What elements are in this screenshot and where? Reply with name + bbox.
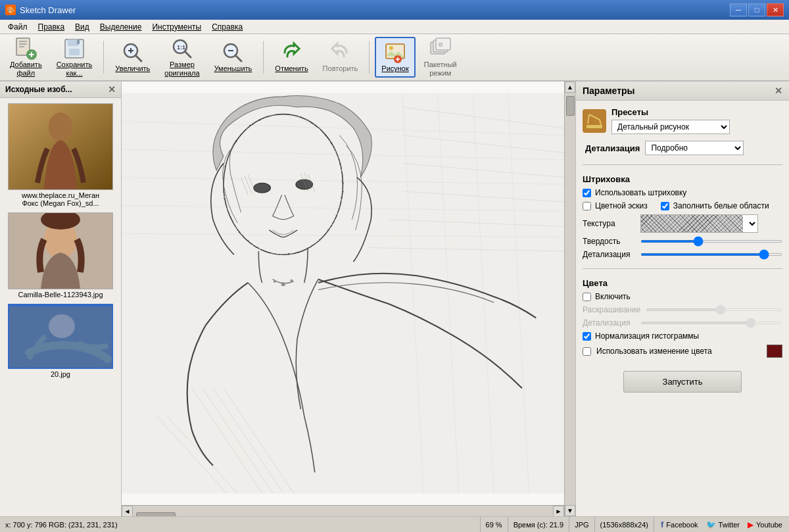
detailization-select[interactable]: Подробно Средне Быстро xyxy=(645,141,744,155)
toolbar: Добавитьфайл Сохранитькак... Увеличить xyxy=(0,34,789,82)
sep2 xyxy=(263,41,264,74)
svg-rect-3 xyxy=(19,46,24,47)
menu-view[interactable]: Вид xyxy=(70,21,95,33)
youtube-label: Youtube xyxy=(756,521,782,529)
status-coords: x: 700 y: 796 RGB: (231, 231, 231) xyxy=(0,517,481,532)
left-panel-close[interactable]: ✕ xyxy=(108,84,116,95)
color-swatch[interactable] xyxy=(767,345,782,358)
twitter-icon: 🐦 xyxy=(706,520,716,529)
thumbnail-image-wrap xyxy=(8,304,113,369)
svg-line-72 xyxy=(589,114,600,120)
hardness-row: Твердость xyxy=(583,237,782,246)
toolbar-save-as[interactable]: Сохранитькак... xyxy=(51,34,99,81)
scroll-up-button[interactable]: ▲ xyxy=(565,82,575,93)
svg-rect-2 xyxy=(19,43,27,45)
maximize-button[interactable]: □ xyxy=(748,3,765,16)
scroll-left-button[interactable]: ◄ xyxy=(122,506,133,517)
right-panel-body: Пресеты Детальный рисунок Простой рисуно… xyxy=(576,101,789,406)
toolbar-undo[interactable]: Отменить xyxy=(269,37,314,76)
zoom-out-icon xyxy=(220,41,246,64)
colorize-slider xyxy=(646,308,782,311)
detail-color-slider xyxy=(640,322,782,324)
use-hatching-row: Использовать штриховку xyxy=(583,188,782,197)
divider2 xyxy=(583,268,782,269)
detail-hatching-slider[interactable] xyxy=(640,253,782,256)
menu-tools[interactable]: Инструменты xyxy=(147,21,206,33)
scroll-thumb-v[interactable] xyxy=(566,96,575,116)
save-icon xyxy=(61,37,87,60)
youtube-link[interactable]: ▶ Youtube xyxy=(748,520,782,529)
presets-label: Пресеты xyxy=(611,107,782,117)
thumbnail-item[interactable]: Camilla-Belle-1123943.jpg xyxy=(5,212,116,299)
toolbar-orig-size[interactable]: 1:1 Размероригинала xyxy=(158,34,205,81)
colors-enable-label: Включить xyxy=(595,292,631,301)
title-bar: 🎨 Sketch Drawer ─ □ ✕ xyxy=(0,0,789,20)
colors-enable-row: Включить xyxy=(583,292,782,301)
hatching-title: Штриховка xyxy=(583,174,782,184)
thumbnail-item[interactable]: www.theplace.ru_МеганФокс (Megan Fox)_sd… xyxy=(5,103,116,207)
normalize-label: Нормализация гистограммы xyxy=(595,331,699,341)
horizontal-scrollbar[interactable]: ◄ ► xyxy=(122,505,564,516)
zoom-in-icon xyxy=(120,41,146,64)
menu-file[interactable]: Файл xyxy=(3,21,33,33)
menu-select[interactable]: Выделение xyxy=(95,21,147,33)
status-social: f Facebook 🐦 Twitter ▶ Youtube xyxy=(654,520,789,529)
toolbar-add-file[interactable]: Добавитьфайл xyxy=(4,34,48,81)
save-as-label: Сохранитькак... xyxy=(57,60,93,78)
scroll-down-button[interactable]: ▼ xyxy=(565,505,575,516)
scroll-thumb-h[interactable] xyxy=(136,512,176,516)
orig-size-label: Размероригинала xyxy=(164,60,199,78)
menu-edit[interactable]: Правка xyxy=(33,21,70,33)
detailization-row: Детализация Подробно Средне Быстро xyxy=(585,141,782,155)
toolbar-picture[interactable]: Рисунок xyxy=(375,37,416,77)
minimize-button[interactable]: ─ xyxy=(730,3,747,16)
thumbnail-list: www.theplace.ru_МеганФокс (Megan Fox)_sd… xyxy=(0,98,121,516)
thumbnail-item[interactable]: 20.jpg xyxy=(5,304,116,378)
divider1 xyxy=(583,164,782,165)
sep3 xyxy=(369,41,370,74)
presets-row: Пресеты Детальный рисунок Простой рисуно… xyxy=(583,107,782,134)
colors-enable-checkbox[interactable] xyxy=(583,293,591,301)
facebook-icon: f xyxy=(661,520,663,529)
color-sketch-checkbox[interactable] xyxy=(583,202,591,210)
undo-icon xyxy=(278,41,304,64)
normalize-checkbox[interactable] xyxy=(583,332,591,341)
menu-help[interactable]: Справка xyxy=(206,21,248,33)
scroll-right-button[interactable]: ► xyxy=(553,506,564,517)
toolbar-batch[interactable]: ⚙ Пакетныйрежим xyxy=(418,34,463,81)
texture-select[interactable]: ▼ xyxy=(743,220,757,228)
svg-point-48 xyxy=(296,180,313,189)
close-button[interactable]: ✕ xyxy=(767,3,784,16)
colorize-label: Раскрашивание xyxy=(583,305,640,314)
facebook-label: Facebook xyxy=(666,521,698,529)
vertical-scrollbar[interactable]: ▲ ▼ xyxy=(564,82,575,516)
color-change-checkbox[interactable] xyxy=(583,347,591,356)
right-panel-close[interactable]: ✕ xyxy=(775,85,782,96)
thumbnail-image-wrap xyxy=(8,103,113,190)
main-layout: Исходные изоб... ✕ xyxy=(0,82,789,516)
right-panel: Параметры ✕ Пресеты xyxy=(575,82,789,516)
svg-text:⚙: ⚙ xyxy=(438,41,443,48)
thumbnail-label: 20.jpg xyxy=(51,370,70,378)
add-file-label: Добавитьфайл xyxy=(10,60,42,78)
toolbar-redo[interactable]: Повторить xyxy=(317,37,364,76)
presets-select[interactable]: Детальный рисунок Простой рисунок Мягкий… xyxy=(611,120,730,134)
hardness-slider[interactable] xyxy=(640,240,782,243)
app-title: Sketch Drawer xyxy=(20,5,76,15)
facebook-link[interactable]: f Facebook xyxy=(661,520,698,529)
zoom-out-label: Уменьшить xyxy=(214,64,252,73)
fill-white-checkbox[interactable] xyxy=(661,202,669,210)
batch-label: Пакетныйрежим xyxy=(424,60,457,78)
colors-title: Цвета xyxy=(583,278,782,288)
twitter-label: Twitter xyxy=(719,521,740,529)
fill-white-label: Заполнить белые области xyxy=(673,201,769,210)
window-controls: ─ □ ✕ xyxy=(730,3,784,16)
twitter-link[interactable]: 🐦 Twitter xyxy=(706,520,740,529)
run-button[interactable]: Запустить xyxy=(623,371,742,393)
scroll-track-v xyxy=(565,93,575,505)
color-sketch-row: Цветной эскиз xyxy=(583,201,648,210)
right-panel-title: Параметры xyxy=(583,85,635,96)
toolbar-zoom-out[interactable]: Уменьшить xyxy=(208,37,258,76)
use-hatching-checkbox[interactable] xyxy=(583,189,591,197)
toolbar-zoom-in[interactable]: Увеличить xyxy=(109,37,156,76)
